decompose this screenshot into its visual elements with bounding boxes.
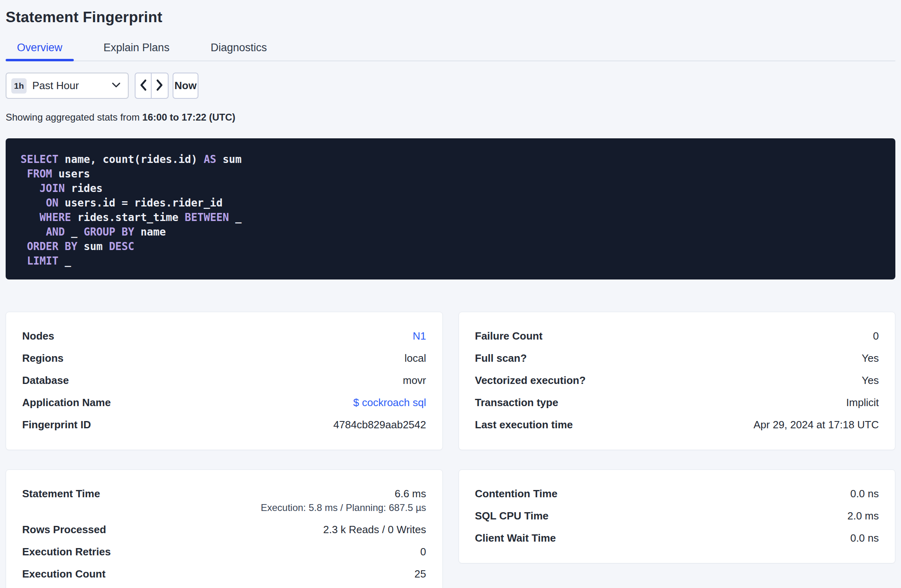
stats-caption-range: 16:00 to 17:22 (UTC) <box>142 112 236 123</box>
sql-text <box>21 168 27 180</box>
row-link[interactable]: $ cockroach sql <box>353 396 426 409</box>
row-value-wrap: movr <box>403 374 426 386</box>
row-value-wrap: $ cockroach sql <box>353 396 426 409</box>
time-range-label: Past Hour <box>32 79 112 92</box>
page-title: Statement Fingerprint <box>6 9 895 25</box>
row-label: Statement Time <box>22 488 112 500</box>
row-label: Failure Count <box>475 330 555 342</box>
sql-text <box>21 240 27 252</box>
tab-bar: Overview Explain Plans Diagnostics <box>6 42 895 61</box>
card-row: NodesN1 <box>22 330 426 342</box>
row-label: Execution Retries <box>22 546 123 558</box>
time-controls: 1h Past Hour Now <box>6 73 895 99</box>
row-label: Nodes <box>22 330 66 342</box>
next-time-button[interactable] <box>152 73 168 98</box>
row-value-wrap: 6.6 msExecution: 5.8 ms / Planning: 687.… <box>261 488 426 513</box>
row-label: Client Wait Time <box>475 532 568 544</box>
row-value-wrap: 0 <box>420 546 426 558</box>
sql-line: LIMIT _ <box>21 254 881 268</box>
sql-line: JOIN rides <box>21 181 881 196</box>
card-row: Statement Time6.6 msExecution: 5.8 ms / … <box>22 488 426 513</box>
sql-line: AND _ GROUP BY name <box>21 225 881 239</box>
row-label: Execution Count <box>22 568 118 580</box>
sql-text: sum <box>77 240 109 252</box>
row-value-wrap: Yes <box>862 374 879 386</box>
row-value: movr <box>403 374 426 386</box>
card-row: Application Name$ cockroach sql <box>22 396 426 409</box>
sql-keyword: AND <box>46 226 65 238</box>
row-value: Implicit <box>846 396 879 409</box>
sql-text: _ <box>229 211 242 223</box>
sql-text: sum <box>216 153 242 165</box>
row-link[interactable]: N1 <box>413 330 426 342</box>
sql-keyword: FROM <box>27 168 52 180</box>
card-row: SQL CPU Time2.0 ms <box>475 510 879 522</box>
time-range-dropdown[interactable]: 1h Past Hour <box>6 73 129 99</box>
sql-text: name <box>134 226 166 238</box>
row-label: Fingerprint ID <box>22 419 103 431</box>
row-value: 0.0 ns <box>850 532 879 544</box>
row-value: Yes <box>862 374 879 386</box>
info-cards-row: NodesN1RegionslocalDatabasemovrApplicati… <box>6 312 895 450</box>
sql-keyword: AS <box>204 153 216 165</box>
sql-text: rides.start_time <box>71 211 185 223</box>
row-value-wrap: 0.0 ns <box>850 532 879 544</box>
row-value-wrap: N1 <box>413 330 426 342</box>
row-value: 4784cb829aab2542 <box>334 419 426 431</box>
sql-line: FROM users <box>21 167 881 181</box>
row-value-wrap: local <box>405 352 426 364</box>
row-label: Contention Time <box>475 488 570 500</box>
card-row: Rows Processed2.3 k Reads / 0 Writes <box>22 523 426 536</box>
row-value-wrap: 25 <box>415 568 426 580</box>
chevron-down-icon <box>112 82 121 90</box>
row-label: SQL CPU Time <box>475 510 561 522</box>
sql-statement-box: SELECT name, count(rides.id) AS sum FROM… <box>6 138 895 279</box>
sql-keyword: BETWEEN <box>185 211 229 223</box>
tab-explain-plans[interactable]: Explain Plans <box>92 42 181 61</box>
row-label: Regions <box>22 352 76 364</box>
statement-fingerprint-page: Statement Fingerprint Overview Explain P… <box>0 0 901 588</box>
card-row: Fingerprint ID4784cb829aab2542 <box>22 419 426 431</box>
sql-text <box>21 226 46 238</box>
stats-caption-prefix: Showing aggregated stats from <box>6 112 142 123</box>
sql-keyword: JOIN <box>40 182 65 194</box>
stats-caption: Showing aggregated stats from 16:00 to 1… <box>6 112 895 123</box>
tab-overview[interactable]: Overview <box>6 42 74 61</box>
row-value: Yes <box>862 352 879 364</box>
row-value-wrap: 0 <box>873 330 879 342</box>
row-value: 0.0 ns <box>850 488 879 500</box>
row-value-wrap: Implicit <box>846 396 879 409</box>
card-row: Transaction typeImplicit <box>475 396 879 409</box>
row-label: Last execution time <box>475 419 585 431</box>
card-row: Databasemovr <box>22 374 426 386</box>
now-button[interactable]: Now <box>173 73 198 99</box>
sql-keyword: LIMIT <box>27 255 58 267</box>
card-row: Vectorized execution?Yes <box>475 374 879 386</box>
card-row: Full scan?Yes <box>475 352 879 364</box>
card-row: Regionslocal <box>22 352 426 364</box>
sql-line: SELECT name, count(rides.id) AS sum <box>21 152 881 167</box>
sql-text <box>21 182 40 194</box>
time-step-buttons <box>135 73 169 99</box>
time-range-badge: 1h <box>11 78 27 94</box>
sql-code: SELECT name, count(rides.id) AS sum FROM… <box>21 152 881 268</box>
execution-attributes-card: Failure Count0Full scan?YesVectorized ex… <box>459 312 896 450</box>
sql-text <box>21 197 46 209</box>
statement-details-card: NodesN1RegionslocalDatabasemovrApplicati… <box>6 312 443 450</box>
sql-keyword: ON <box>46 197 58 209</box>
sql-text: name, count(rides.id) <box>58 153 204 165</box>
sql-text: _ <box>65 226 84 238</box>
sql-text <box>21 211 40 223</box>
prev-time-button[interactable] <box>136 73 152 98</box>
row-value-wrap: 2.0 ms <box>847 510 879 522</box>
row-value: 2.3 k Reads / 0 Writes <box>323 523 426 536</box>
row-value-wrap: Apr 29, 2024 at 17:18 UTC <box>753 419 879 431</box>
row-label: Transaction type <box>475 396 571 409</box>
sql-text: users.id = rides.rider_id <box>58 197 223 209</box>
card-row: Contention Time0.0 ns <box>475 488 879 500</box>
tab-diagnostics[interactable]: Diagnostics <box>199 42 278 61</box>
row-label: Rows Processed <box>22 523 118 536</box>
row-label: Application Name <box>22 396 123 409</box>
row-label: Database <box>22 374 81 386</box>
row-value-wrap: 2.3 k Reads / 0 Writes <box>323 523 426 536</box>
